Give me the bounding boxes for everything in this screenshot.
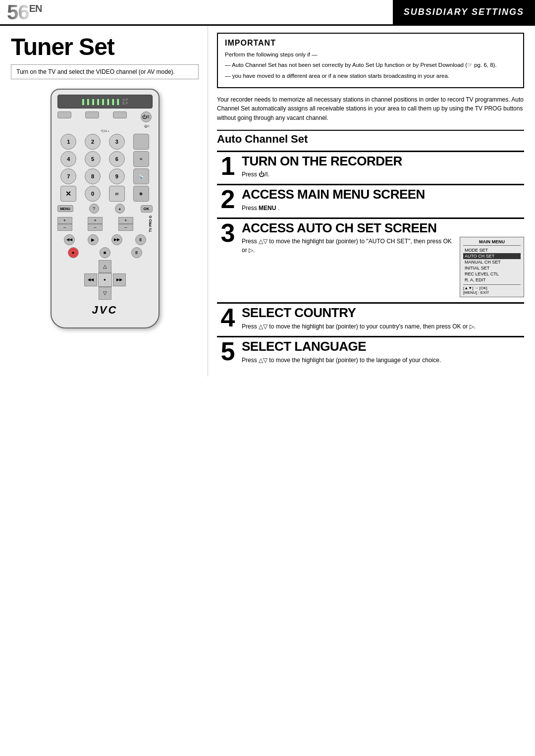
step-4-instruction: Press △▽ to move the highlight bar (poin… (242, 322, 524, 331)
btn-4: 4 (60, 151, 76, 167)
step-3: 3 ACCESS AUTO CH SET SCREEN MAIN MENU MO… (217, 217, 524, 303)
btn-extra-3: 📡 (133, 168, 149, 184)
step-2-content: ACCESS MAIN MENU SCREEN Press MENU . (239, 185, 524, 217)
ch-label: *CH • (57, 129, 153, 133)
step-2-heading: ACCESS MAIN MENU SCREEN (242, 187, 524, 202)
ch-minus: – (88, 224, 103, 231)
step-4-number-col: 4 (217, 304, 239, 336)
main-content: Tuner Set Turn on the TV and select the … (0, 26, 535, 377)
question-btn: ? (89, 204, 99, 214)
menu-btn-area: MENU (57, 205, 73, 212)
menu-button: MENU (57, 205, 73, 212)
screen-mockup: MAIN MENU MODE SET AUTO CH SET MANUAL CH… (460, 237, 524, 297)
step-1-heading: TURN ON THE RECORDER (242, 154, 524, 168)
ch-group: + – (88, 217, 103, 231)
step-3-number-col: 3 (217, 219, 239, 303)
mock-item-0: MODE SET (463, 247, 521, 253)
numpad-row-2: 4 5 6 ≈ (57, 151, 153, 167)
page-header: 56EN SUBSIDIARY SETTINGS (0, 0, 535, 26)
step-2-instruction: Press MENU . (242, 204, 524, 213)
btn-extra-4: ⊕ (133, 186, 149, 202)
nav-down: ▽ (99, 287, 111, 300)
btn-5: 5 (85, 151, 101, 167)
remote-control: ▐▐▐▐▐▐▐▐ SPEP ⏻/I ⏻/I *CH • (51, 89, 160, 328)
step-1-content: TURN ON THE RECORDER Press ⏻/I. (239, 152, 524, 184)
mock-title: MAIN MENU (463, 239, 521, 246)
step-4: 4 SELECT COUNTRY Press △▽ to move the hi… (217, 302, 524, 336)
step-5-number: 5 (221, 338, 235, 364)
btn-9: 9 (109, 168, 125, 184)
step-5-heading: SELECT LANGUAGE (242, 339, 524, 354)
numpad-row-4: ✕ 0 /// ⊕ (57, 186, 153, 202)
nav-up: △ (99, 260, 111, 273)
btn-extra-2: ≈ (133, 151, 149, 167)
auto-channel-heading: Auto Channel Set (217, 130, 524, 146)
mock-item-2: MANUAL CH SET (463, 259, 521, 265)
step-3-content: ACCESS AUTO CH SET SCREEN MAIN MENU MODE… (239, 219, 524, 303)
btn-3: 3 (109, 134, 125, 150)
step-5-content: SELECT LANGUAGE Press △▽ to move the hig… (239, 337, 524, 370)
mock-footer: [▲▼] → [OK][MENU] : EXIT (463, 284, 521, 295)
btn-top-2 (85, 111, 99, 118)
mock-item-3: INITIAL SET (463, 265, 521, 271)
btn-x: ✕ (60, 186, 76, 202)
btn-top-3 (113, 111, 127, 118)
step-5-number-col: 5 (217, 337, 239, 370)
remote-top-buttons: ⏻/I (57, 111, 153, 122)
section-title-header: SUBSIDIARY SETTINGS (393, 0, 535, 24)
step-1-number-col: 1 (217, 152, 239, 184)
step-3-number: 3 (221, 220, 235, 246)
plus-minus-row: + – + – + – TV PRO G (57, 216, 153, 232)
btn-1: 1 (60, 134, 76, 150)
tvprog-plus: + (118, 217, 133, 224)
ok-label: OK (141, 205, 153, 213)
pause2-button: ⏸ (131, 247, 142, 258)
step-5-instruction: Press △▽ to move the highlight bar (poin… (242, 356, 524, 365)
menu-ok-row: MENU ? ● OK (57, 204, 153, 214)
tvprog-minus: – (118, 224, 133, 231)
transport-row: ◀◀ ▶ ▶▶ ⏸ (57, 234, 153, 245)
numpad-row-1: 1 2 3 (57, 134, 153, 150)
mock-item-1: AUTO CH SET (463, 253, 521, 259)
right-column: IMPORTANT Perform the following steps on… (208, 26, 535, 377)
step-2-number: 2 (221, 186, 235, 212)
step-1: 1 TURN ON THE RECORDER Press ⏻/I. (217, 151, 524, 184)
instruction-box: Turn on the TV and select the VIDEO chan… (11, 64, 199, 79)
step-1-instruction: Press ⏻/I. (242, 170, 524, 179)
remote-display: ▐▐▐▐▐▐▐▐ SPEP (57, 95, 153, 108)
power-label: ⏻/I (144, 124, 150, 128)
vol-minus: – (57, 224, 72, 231)
rewind-button: ◀◀ (64, 234, 75, 245)
remote-illustration: ▐▐▐▐▐▐▐▐ SPEP ⏻/I ⏻/I *CH • (11, 86, 199, 330)
nav-cross: △ ◀◀ ● ▶▶ ▽ (83, 260, 127, 300)
pause-button: ⏸ (135, 234, 146, 245)
stop-button: ■ (100, 247, 110, 258)
page-number-area: 56EN (0, 0, 51, 24)
btn-6: 6 (109, 151, 125, 167)
btn-ddd: /// (109, 186, 125, 202)
step-4-heading: SELECT COUNTRY (242, 306, 524, 320)
step-4-number: 4 (221, 305, 235, 330)
important-text: Perform the following steps only if — — … (225, 51, 516, 80)
nav-right: ▶▶ (113, 273, 126, 286)
step-2: 2 ACCESS MAIN MENU SCREEN Press MENU . (217, 184, 524, 217)
tvprog-group: + – (118, 217, 133, 231)
vol-group: + – (57, 217, 72, 231)
ff-button: ▶▶ (111, 234, 122, 245)
step-2-number-col: 2 (217, 185, 239, 217)
btn-0: 0 (85, 186, 101, 202)
page-title: Tuner Set (11, 35, 199, 59)
left-column: Tuner Set Turn on the TV and select the … (0, 26, 208, 377)
important-box: IMPORTANT Perform the following steps on… (217, 33, 524, 88)
mock-item-5: R. A. EDIT (463, 277, 521, 283)
tv-prog-label: TV PRO G (149, 216, 152, 232)
step-1-number: 1 (221, 153, 235, 179)
record-button: ● (68, 247, 79, 258)
btn-2: 2 (85, 134, 101, 150)
step-4-content: SELECT COUNTRY Press △▽ to move the high… (239, 304, 524, 336)
btn-top-1 (57, 111, 71, 118)
vol-plus: + (57, 217, 72, 224)
transport-row-2: ● ■ ⏸ (57, 247, 153, 258)
btn-7: 7 (60, 168, 76, 184)
numpad-row-3: 7 8 9 📡 (57, 168, 153, 184)
